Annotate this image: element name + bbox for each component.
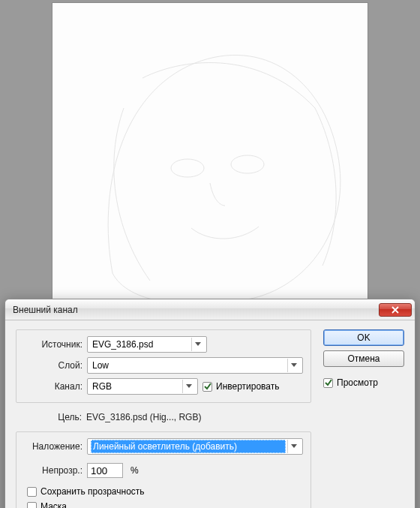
opacity-input[interactable] — [87, 463, 123, 478]
preview-checkbox[interactable]: Просмотр — [323, 377, 404, 388]
source-label: Источник: — [24, 339, 82, 350]
chevron-down-icon — [191, 338, 203, 351]
chevron-down-icon — [182, 380, 194, 393]
chevron-down-icon — [287, 440, 299, 453]
invert-label: Инвертировать — [216, 381, 280, 392]
ok-button[interactable]: OK — [323, 329, 404, 346]
blend-mode-label: Наложение: — [24, 441, 82, 452]
target-label: Цель: — [23, 412, 82, 422]
blend-group: Наложение: Линейный осветлитель (добавит… — [16, 431, 311, 508]
preserve-transparency-label: Сохранить прозрачность — [40, 486, 145, 497]
close-icon — [392, 306, 399, 314]
preserve-transparency-checkbox[interactable]: Сохранить прозрачность — [27, 486, 303, 497]
opacity-suffix: % — [130, 465, 139, 476]
dialog-titlebar[interactable]: Внешний канал — [5, 299, 415, 320]
layer-label: Слой: — [24, 360, 82, 371]
mask-checkbox[interactable]: Маска... — [27, 501, 303, 508]
source-group: Источник: EVG_3186.psd Слой: Low Канал: — [16, 329, 311, 403]
invert-checkbox[interactable]: Инвертировать — [202, 381, 280, 392]
dialog-title: Внешний канал — [13, 305, 78, 315]
preview-label: Просмотр — [337, 377, 378, 388]
chevron-down-icon — [287, 359, 299, 372]
cancel-button[interactable]: Отмена — [323, 350, 404, 367]
apply-image-dialog: Внешний канал Источник: EVG_3186.psd Сло… — [4, 299, 416, 508]
mask-label: Маска... — [40, 501, 74, 508]
layer-select[interactable]: Low — [87, 357, 303, 374]
target-value: EVG_3186.psd (Hig..., RGB) — [86, 412, 201, 422]
dialog-left-column: Источник: EVG_3186.psd Слой: Low Канал: — [16, 329, 311, 508]
svg-point-0 — [171, 159, 204, 177]
dialog-body: Источник: EVG_3186.psd Слой: Low Канал: — [5, 320, 415, 508]
canvas-sketch — [52, 3, 368, 311]
dialog-right-column: OK Отмена Просмотр — [323, 329, 404, 508]
opacity-label: Непрозр.: — [24, 465, 82, 476]
channel-label: Канал: — [24, 381, 82, 392]
channel-select[interactable]: RGB — [87, 378, 198, 395]
svg-point-1 — [231, 155, 264, 173]
close-button[interactable] — [379, 303, 412, 317]
document-canvas[interactable] — [52, 3, 368, 311]
blend-mode-select[interactable]: Линейный осветлитель (добавить) — [87, 438, 303, 455]
source-select[interactable]: EVG_3186.psd — [87, 336, 207, 353]
